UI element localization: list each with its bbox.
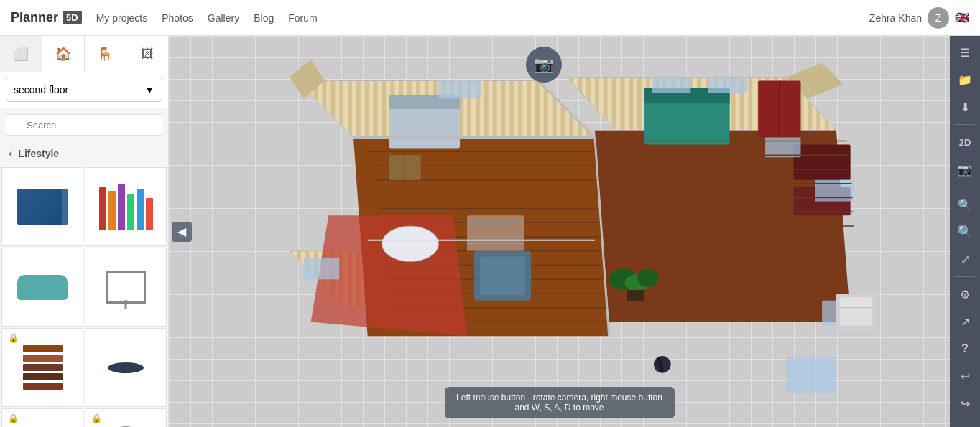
download-button[interactable]: ⬇ bbox=[952, 94, 978, 120]
list-item[interactable] bbox=[1, 248, 83, 327]
lock-icon: 🔒 bbox=[8, 413, 19, 423]
item-image bbox=[96, 258, 157, 316]
menu-icon: ☰ bbox=[960, 46, 970, 60]
top-nav: Planner 5D My projects Photos Gallery Bl… bbox=[0, 0, 980, 36]
home-icon: 🏠 bbox=[55, 46, 71, 62]
svg-rect-44 bbox=[304, 258, 339, 280]
divider bbox=[955, 276, 975, 277]
download-icon: ⬇ bbox=[961, 100, 970, 114]
divider bbox=[955, 124, 975, 125]
list-item[interactable] bbox=[85, 248, 167, 327]
tab-furniture[interactable]: 🪑 bbox=[85, 36, 127, 72]
list-item[interactable] bbox=[85, 167, 167, 246]
canvas-left-arrow[interactable]: ◀ bbox=[172, 222, 192, 242]
svg-rect-56 bbox=[467, 215, 524, 250]
list-item[interactable]: 🔒 bbox=[1, 328, 83, 407]
item-image bbox=[96, 339, 157, 396]
user-name: Zehra Khan bbox=[869, 12, 922, 24]
menu-button[interactable]: ☰ bbox=[952, 39, 978, 65]
floor-plan-3d bbox=[169, 36, 950, 427]
item-image bbox=[12, 339, 73, 396]
nav-blog[interactable]: Blog bbox=[254, 12, 274, 24]
camera-icon: 📷 bbox=[534, 55, 553, 74]
floor-dropdown[interactable]: second floor ▼ bbox=[6, 78, 162, 102]
svg-rect-51 bbox=[787, 357, 836, 393]
right-sidebar: ☰ 📁 ⬇ 2D 📷 🔍 🔍 ⤢ ⚙ ↗ bbox=[950, 36, 980, 427]
share-button[interactable]: ↗ bbox=[952, 309, 978, 334]
item-image bbox=[12, 419, 73, 427]
svg-rect-47 bbox=[708, 78, 747, 93]
undo-icon: ↩ bbox=[961, 370, 970, 383]
zoom-out-button[interactable]: 🔍 bbox=[952, 219, 978, 245]
floor-label: second floor bbox=[14, 84, 68, 95]
list-item[interactable] bbox=[1, 167, 83, 246]
lock-icon: 🔒 bbox=[8, 333, 19, 343]
redo-button[interactable]: ↪ bbox=[952, 390, 978, 416]
screenshot-button[interactable]: 📷 bbox=[526, 47, 562, 83]
search-bar: 🔍 bbox=[0, 108, 168, 141]
list-item[interactable] bbox=[85, 328, 167, 407]
settings-button[interactable]: ⚙ bbox=[952, 281, 978, 307]
item-image bbox=[12, 178, 73, 235]
help-icon: ? bbox=[961, 342, 969, 355]
item-image bbox=[96, 419, 157, 427]
gear-icon: ⚙ bbox=[960, 288, 970, 301]
svg-rect-48 bbox=[765, 138, 800, 158]
2d-icon: 2D bbox=[959, 137, 971, 148]
list-item[interactable]: 🔒 bbox=[85, 408, 167, 427]
zoom-out-icon: 🔍 bbox=[957, 224, 973, 240]
svg-rect-40 bbox=[794, 144, 851, 179]
redo-icon: ↪ bbox=[961, 397, 970, 410]
2d-view-button[interactable]: 2D bbox=[952, 129, 978, 155]
zoom-in-button[interactable]: 🔍 bbox=[952, 192, 978, 217]
nav-my-projects[interactable]: My projects bbox=[96, 12, 148, 24]
canvas-area[interactable]: 📷 bbox=[169, 36, 950, 427]
flag-icon: 🇬🇧 bbox=[955, 11, 969, 24]
floor-plan-icon: ⬜ bbox=[13, 46, 29, 62]
left-sidebar: ⬜ 🏠 🪑 🖼 second floor ▼ bbox=[0, 36, 169, 427]
svg-point-38 bbox=[637, 268, 659, 287]
logo-text: Planner bbox=[11, 10, 58, 25]
avatar[interactable]: Z bbox=[928, 7, 949, 29]
fullscreen-button[interactable]: ⤢ bbox=[952, 246, 978, 272]
svg-point-33 bbox=[382, 226, 438, 261]
dropdown-arrow-icon: ▼ bbox=[144, 84, 154, 95]
share-icon: ↗ bbox=[961, 315, 970, 329]
tooltip-text: Left mouse button - rotate camera, right… bbox=[456, 393, 662, 413]
folder-icon: 📁 bbox=[958, 73, 972, 87]
files-button[interactable]: 📁 bbox=[952, 67, 978, 93]
nav-forum[interactable]: Forum bbox=[288, 12, 317, 24]
nav-photos[interactable]: Photos bbox=[162, 12, 193, 24]
zoom-in-icon: 🔍 bbox=[958, 198, 972, 212]
item-image bbox=[96, 178, 157, 235]
divider bbox=[955, 187, 975, 187]
category-header[interactable]: ‹ Lifestyle bbox=[0, 141, 168, 166]
decor-icon: 🖼 bbox=[141, 47, 154, 62]
list-item[interactable]: 🔒 bbox=[1, 408, 83, 427]
svg-rect-71 bbox=[840, 297, 872, 326]
back-arrow-icon: ‹ bbox=[9, 147, 12, 160]
undo-button[interactable]: ↩ bbox=[952, 363, 978, 389]
fullscreen-icon: ⤢ bbox=[961, 253, 970, 266]
render-button[interactable]: 📷 bbox=[952, 156, 978, 182]
main-layout: ⬜ 🏠 🪑 🖼 second floor ▼ bbox=[0, 36, 980, 427]
lock-icon: 🔒 bbox=[91, 413, 102, 423]
tab-home[interactable]: 🏠 bbox=[42, 36, 85, 72]
tooltip-bar: Left mouse button - rotate camera, right… bbox=[445, 387, 675, 418]
nav-links: My projects Photos Gallery Blog Forum bbox=[96, 12, 855, 24]
chair-icon: 🪑 bbox=[97, 46, 113, 62]
tab-floor-plan[interactable]: ⬜ bbox=[0, 36, 42, 72]
tab-decor[interactable]: 🖼 bbox=[126, 36, 168, 72]
svg-rect-45 bbox=[439, 81, 481, 99]
logo-suffix: 5D bbox=[63, 11, 82, 24]
search-wrapper: 🔍 bbox=[6, 114, 162, 136]
user-area: Zehra Khan Z 🇬🇧 bbox=[869, 7, 969, 29]
svg-rect-46 bbox=[652, 78, 690, 93]
search-input[interactable] bbox=[6, 114, 162, 136]
svg-rect-35 bbox=[480, 257, 525, 295]
app-logo[interactable]: Planner 5D bbox=[11, 10, 82, 25]
help-button[interactable]: ? bbox=[952, 336, 978, 362]
category-name: Lifestyle bbox=[18, 148, 59, 159]
nav-gallery[interactable]: Gallery bbox=[208, 12, 239, 24]
svg-rect-39 bbox=[627, 290, 644, 301]
